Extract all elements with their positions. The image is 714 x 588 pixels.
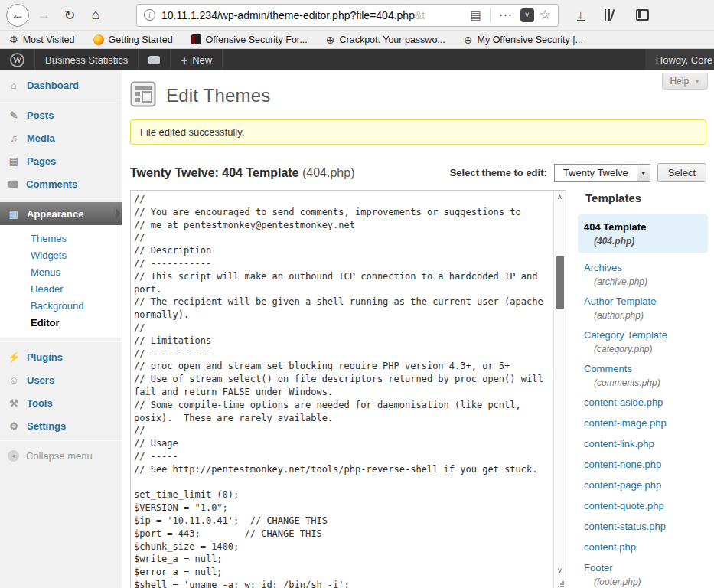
template-list-item[interactable]: content-page.php [584, 478, 708, 492]
menu-label: Comments [26, 178, 77, 190]
template-link[interactable]: Footer [584, 562, 613, 573]
template-list-item[interactable]: content-quote.php [584, 498, 708, 512]
template-list-item[interactable]: 404 Template(404.php) [578, 214, 708, 253]
sidebar-item-posts[interactable]: ✎Posts [0, 103, 122, 126]
help-button[interactable]: Help▼ [662, 73, 708, 90]
template-list-item[interactable]: Comments(comments.php) [584, 361, 708, 388]
submenu-item-editor[interactable]: Editor [0, 315, 122, 332]
sidebar-item-settings[interactable]: ⚙Settings [0, 414, 122, 437]
page-actions-icon[interactable]: ⋯ [499, 7, 512, 23]
sidebar-item-tools[interactable]: ⚒Tools [0, 391, 122, 414]
submenu-item-themes[interactable]: Themes [0, 230, 122, 247]
back-icon[interactable]: ← [6, 4, 29, 27]
comments-admin-icon[interactable] [139, 49, 171, 70]
template-filename: (author.php) [594, 310, 708, 321]
bookmark-item[interactable]: ⊕Crackpot: Your passwo... [326, 34, 445, 45]
globe-icon: ⊕ [326, 34, 335, 45]
templates-heading: Templates [585, 191, 708, 204]
submenu-item-widgets[interactable]: Widgets [0, 247, 122, 264]
new-content-menu[interactable]: +New [171, 49, 223, 70]
bookmark-item[interactable]: ⚙Most Visited [9, 34, 75, 45]
template-link[interactable]: Comments [584, 363, 632, 374]
library-icon[interactable] [605, 9, 616, 21]
sidebar-item-appearance[interactable]: ▦Appearance [0, 202, 122, 225]
template-list-item[interactable]: content-image.php [584, 416, 708, 430]
template-link[interactable]: content-aside.php [584, 397, 663, 408]
forward-icon[interactable]: → [32, 4, 55, 27]
sidebar-item-plugins[interactable]: ⚡Plugins [0, 345, 122, 368]
submenu-item-menus[interactable]: Menus [0, 264, 122, 281]
select-theme-label: Select theme to edit: [450, 167, 547, 178]
bookmark-label: Most Visited [23, 34, 75, 45]
template-link[interactable]: content-quote.php [584, 500, 664, 511]
menu-label: Pages [27, 155, 56, 167]
reload-icon[interactable]: ↻ [58, 4, 81, 27]
submenu-item-header[interactable]: Header [0, 281, 122, 298]
template-link[interactable]: 404 Template [584, 221, 646, 233]
scroll-up-icon[interactable]: ˄ [554, 193, 566, 202]
menu-separator [0, 440, 122, 441]
sidebar-item-dashboard[interactable]: ⌂Dashboard [0, 74, 122, 96]
sidebar-item-comments[interactable]: Comments [0, 172, 122, 195]
downloads-icon[interactable]: ↓ [577, 8, 585, 21]
url-text[interactable]: 10.11.1.234/wp-admin/theme-editor.php?fi… [161, 9, 468, 21]
howdy-account-menu[interactable]: Howdy, Core [645, 49, 714, 70]
page-info-icon[interactable]: i [144, 9, 155, 21]
template-list-item[interactable]: content-link.php [584, 436, 708, 450]
resize-grip[interactable] [556, 580, 565, 588]
code-textarea[interactable]: // // You are encouraged to send comment… [131, 191, 553, 588]
sidebar-item-media[interactable]: ♫Media [0, 126, 122, 149]
menu-label: Media [27, 132, 55, 144]
wp-logo[interactable]: W [0, 49, 35, 70]
template-filename: (footer.php) [594, 577, 708, 587]
template-link[interactable]: Archives [584, 262, 622, 273]
template-list-item[interactable]: content.php [584, 540, 708, 554]
scroll-down-icon[interactable]: ˅ [554, 567, 566, 576]
template-list-item[interactable]: Category Template(category.php) [584, 328, 708, 354]
template-list-item[interactable]: Author Template(author.php) [584, 294, 708, 321]
sidebar-item-pages[interactable]: ▤Pages [0, 149, 122, 172]
template-list-item[interactable]: Archives(archive.php) [584, 260, 708, 287]
submenu-item-background[interactable]: Background [0, 298, 122, 315]
template-link[interactable]: content.php [584, 541, 636, 553]
reader-mode-icon[interactable]: ▤ [471, 8, 481, 22]
bookmark-star-icon[interactable]: ☆ [540, 7, 551, 23]
firefox-icon [93, 34, 104, 45]
sidebar-toggle-icon[interactable] [636, 9, 649, 21]
template-list-item[interactable]: content-none.php [584, 457, 708, 471]
bookmark-item[interactable]: Getting Started [93, 34, 173, 45]
home-icon[interactable]: ⌂ [84, 4, 107, 27]
menu-label: Users [27, 374, 54, 386]
url-bar[interactable]: i 10.11.1.234/wp-admin/theme-editor.php?… [136, 4, 559, 27]
wordpress-icon: W [10, 53, 24, 67]
menu-separator [0, 198, 122, 199]
wp-admin-bar: W Business Statistics +New Howdy, Core [0, 49, 714, 70]
bookmark-item[interactable]: Offensive Security For... [191, 34, 308, 45]
sidebar-item-collapse-menu[interactable]: ◂Collapse menu [0, 444, 122, 467]
scrollbar-thumb[interactable] [556, 256, 564, 309]
site-name-menu[interactable]: Business Statistics [35, 49, 139, 70]
template-link[interactable]: content-image.php [584, 417, 667, 429]
template-link[interactable]: Author Template [584, 296, 656, 307]
theme-select[interactable]: Twenty Twelve ▾ [554, 164, 650, 182]
bookmark-label: Crackpot: Your passwo... [339, 34, 445, 45]
template-link[interactable]: content-none.php [584, 459, 661, 470]
template-filename: (category.php) [594, 344, 708, 354]
site-dark-icon [191, 34, 201, 44]
template-list-item[interactable]: content-status.php [584, 519, 708, 533]
bookmark-item[interactable]: ⊕My Offensive Security |... [464, 34, 583, 45]
template-link[interactable]: content-status.php [584, 521, 666, 532]
posts-icon: ✎ [8, 110, 20, 120]
template-list-item[interactable]: Footer(footer.php) [584, 560, 708, 587]
template-list-item[interactable]: content-aside.php [584, 395, 708, 409]
editor-scrollbar[interactable]: ˄ ˅ [553, 191, 566, 588]
main-content: Help▼ Edit Themes File edited successful… [122, 70, 714, 588]
pocket-icon[interactable]: ˅ [520, 8, 534, 22]
sidebar-item-users[interactable]: ☺Users [0, 368, 122, 391]
select-theme-button[interactable]: Select [657, 163, 706, 182]
appearance-icon: ▦ [8, 209, 20, 219]
template-link[interactable]: Category Template [584, 329, 667, 341]
template-link[interactable]: content-page.php [584, 479, 661, 491]
select-dropdown-icon[interactable]: ▾ [637, 165, 650, 181]
template-link[interactable]: content-link.php [584, 438, 654, 449]
